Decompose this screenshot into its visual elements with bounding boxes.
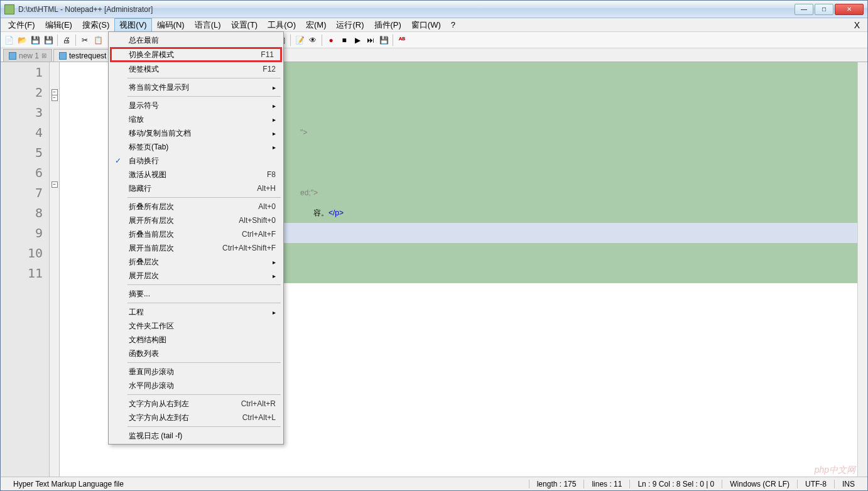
close-button[interactable]: ✕ (835, 4, 864, 15)
comment-icon[interactable]: 📝 (294, 35, 305, 46)
menu-item--[interactable]: 展开层次▸ (110, 269, 282, 283)
menu-item-label: 折叠当前层次 (129, 229, 174, 240)
menu-item-label: 总在最前 (129, 35, 159, 46)
menu-item--[interactable]: 缩放▸ (110, 112, 282, 126)
fold-toggle-icon[interactable] (52, 181, 58, 188)
menu-item-label: 文档结构图 (129, 335, 166, 345)
menu-item--[interactable]: 展开当前层次Ctrl+Alt+Shift+F (110, 241, 282, 255)
menu-item--[interactable]: 函数列表 (110, 347, 282, 360)
menu-item-label: 文件夹工作区 (129, 321, 174, 332)
submenu-arrow-icon: ▸ (273, 116, 276, 123)
menu-window[interactable]: 窗口(W) (406, 18, 446, 32)
menu-item--[interactable]: 文字方向从左到右Ctrl+Alt+L (110, 411, 282, 424)
menu-item--[interactable]: 总在最前 (110, 33, 282, 47)
menu-item--[interactable]: 文字方向从右到左Ctrl+Alt+R (110, 397, 282, 411)
menu-item-label: 缩放 (129, 114, 144, 125)
menu-macro[interactable]: 宏(M) (301, 18, 332, 32)
menu-item--[interactable]: 隐藏行Alt+H (110, 181, 282, 195)
menu-item--[interactable]: 激活从视图F8 (110, 168, 282, 181)
statusbar: Hyper Text Markup Language file length :… (1, 477, 867, 490)
submenu-arrow-icon: ▸ (273, 144, 276, 151)
menu-item--[interactable]: 垂直同步滚动 (110, 365, 282, 379)
play-multi-macro-icon[interactable]: ⏭ (365, 35, 376, 46)
menu-tools[interactable]: 工具(O) (263, 18, 301, 32)
record-macro-icon[interactable]: ● (325, 35, 337, 46)
menu-encoding[interactable]: 编码(N) (152, 18, 190, 32)
menu-item--[interactable]: 便签模式F12 (110, 62, 282, 76)
copy-icon[interactable]: 📋 (92, 35, 104, 46)
menu-item-label: 展开层次 (129, 271, 159, 281)
save-macro-icon[interactable]: 💾 (378, 35, 389, 46)
status-length: length : 175 (529, 480, 584, 488)
print-icon[interactable]: 🖨 (61, 35, 72, 46)
menu-help[interactable]: ? (446, 19, 460, 31)
menu-item--[interactable]: 折叠当前层次Ctrl+Alt+F (110, 227, 282, 241)
line-number: 7 (1, 183, 49, 203)
menu-item-label: 文字方向从右到左 (129, 399, 189, 409)
line-number: 11 (1, 263, 49, 283)
menu-item--[interactable]: 展开所有层次Alt+Shift+0 (110, 213, 282, 227)
menu-item--[interactable]: 移动/复制当前文档▸ (110, 126, 282, 140)
status-encoding[interactable]: UTF-8 (797, 480, 834, 488)
menu-item--[interactable]: 切换全屏模式F11 (110, 47, 282, 62)
menu-item-label: 展开所有层次 (129, 215, 174, 226)
menu-item--[interactable]: 折叠层次▸ (110, 255, 282, 269)
menu-item-label: 折叠层次 (129, 257, 159, 267)
menu-item--[interactable]: 将当前文件显示到▸ (110, 80, 282, 94)
menu-shortcut: F8 (267, 170, 276, 179)
save-all-icon[interactable]: 💾 (43, 35, 54, 46)
line-number: 6 (1, 163, 49, 183)
menu-separator (127, 197, 281, 198)
menu-item--[interactable]: 折叠所有层次Alt+0 (110, 200, 282, 213)
tab-new-1[interactable]: new 1 ⊠ (3, 49, 52, 62)
line-number: 10 (1, 243, 49, 263)
status-insert-mode[interactable]: INS (834, 480, 862, 488)
status-lines: lines : 11 (583, 480, 629, 488)
fold-toggle-icon[interactable] (52, 95, 58, 101)
maximize-button[interactable]: □ (815, 4, 833, 15)
menu-separator (127, 96, 281, 97)
save-icon[interactable]: 💾 (30, 35, 41, 46)
menu-run[interactable]: 运行(R) (331, 18, 369, 32)
app-icon (4, 4, 14, 14)
minimize-button[interactable]: — (795, 4, 813, 15)
spellcheck-icon[interactable]: ᴬᴮ (396, 35, 408, 46)
menu-language[interactable]: 语言(L) (190, 18, 226, 32)
menu-item--[interactable]: 水平同步滚动 (110, 379, 282, 392)
menu-shortcut: F11 (261, 50, 274, 59)
status-filetype: Hyper Text Markup Language file (6, 480, 529, 488)
menu-view[interactable]: 视图(V) (114, 18, 151, 32)
menu-search[interactable]: 搜索(S) (77, 18, 114, 32)
menu-edit[interactable]: 编辑(E) (40, 18, 77, 32)
menu-separator (127, 394, 281, 395)
menu-item--[interactable]: 摘要... (110, 287, 282, 301)
menu-item--[interactable]: 工程▸ (110, 305, 282, 319)
menu-plugins[interactable]: 插件(P) (369, 18, 406, 32)
play-macro-icon[interactable]: ▶ (352, 35, 363, 46)
open-file-icon[interactable]: 📂 (16, 35, 28, 46)
menubar-close-doc[interactable]: X (849, 20, 865, 30)
menu-item--[interactable]: ✓自动换行 (110, 154, 282, 168)
menu-separator (127, 303, 281, 303)
vertical-scrollbar[interactable] (857, 62, 867, 477)
menu-item--Tab-[interactable]: 标签页(Tab)▸ (110, 140, 282, 154)
menu-item--tail-f-[interactable]: 监视日志 (tail -f) (110, 429, 282, 443)
line-number: 9 (1, 223, 49, 243)
window-title: D:\txt\HTML - Notepad++ [Administrator] (18, 5, 795, 14)
toolbar-separator (57, 35, 58, 46)
new-file-icon[interactable]: 📄 (3, 35, 14, 46)
menu-settings[interactable]: 设置(T) (226, 18, 263, 32)
hide-lines-icon[interactable]: 👁 (307, 35, 318, 46)
stop-macro-icon[interactable]: ■ (339, 35, 350, 46)
tab-close-icon[interactable]: ⊠ (41, 52, 46, 59)
menu-item-label: 移动/复制当前文档 (129, 128, 191, 139)
menu-item--[interactable]: 文档结构图 (110, 333, 282, 347)
fold-column[interactable] (50, 62, 60, 477)
menu-file[interactable]: 文件(F) (3, 18, 40, 32)
titlebar[interactable]: D:\txt\HTML - Notepad++ [Administrator] … (1, 1, 867, 18)
file-icon (9, 52, 16, 60)
status-eol[interactable]: Windows (CR LF) (722, 480, 797, 488)
menu-item--[interactable]: 显示符号▸ (110, 99, 282, 112)
menu-item--[interactable]: 文件夹工作区 (110, 319, 282, 333)
cut-icon[interactable]: ✂ (79, 35, 90, 46)
